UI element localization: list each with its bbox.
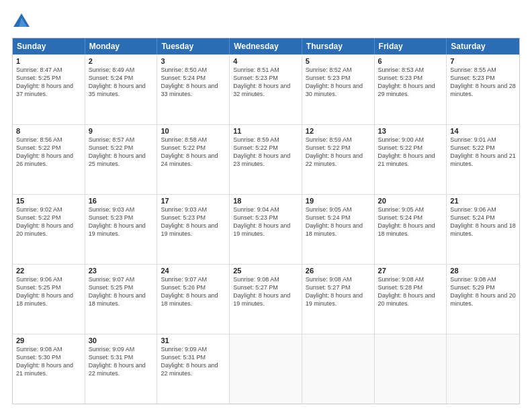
day-number: 6 [378,57,443,65]
logo-icon [12,12,31,31]
day-detail: Sunrise: 8:55 AM Sunset: 5:23 PM Dayligh… [450,66,516,99]
day-number: 25 [233,267,298,275]
day-number: 28 [450,267,516,275]
day-detail: Sunrise: 8:50 AM Sunset: 5:24 PM Dayligh… [161,66,226,99]
day-detail: Sunrise: 9:06 AM Sunset: 5:25 PM Dayligh… [16,275,81,308]
day-number: 3 [161,57,226,65]
day-detail: Sunrise: 9:01 AM Sunset: 5:22 PM Dayligh… [450,136,516,169]
day-detail: Sunrise: 8:59 AM Sunset: 5:22 PM Dayligh… [233,136,298,169]
day-number: 30 [89,336,154,345]
header-day-tuesday: Tuesday [157,38,230,54]
header-day-saturday: Saturday [447,38,519,54]
day-number: 11 [233,127,298,135]
calendar-header-row: SundayMondayTuesdayWednesdayThursdayFrid… [13,38,519,54]
week-row-1: 1Sunrise: 8:47 AM Sunset: 5:25 PM Daylig… [13,54,519,124]
empty-cell-4-4 [302,334,375,404]
day-cell-24: 24Sunrise: 9:07 AM Sunset: 5:26 PM Dayli… [157,265,230,334]
day-cell-16: 16Sunrise: 9:03 AM Sunset: 5:23 PM Dayli… [85,195,158,264]
day-cell-27: 27Sunrise: 9:08 AM Sunset: 5:28 PM Dayli… [375,265,447,334]
empty-cell-4-5 [375,334,447,404]
day-cell-4: 4Sunrise: 8:51 AM Sunset: 5:23 PM Daylig… [230,55,302,124]
week-row-4: 22Sunrise: 9:06 AM Sunset: 5:25 PM Dayli… [13,264,519,334]
day-number: 17 [161,197,226,205]
day-number: 27 [378,267,443,275]
day-cell-7: 7Sunrise: 8:55 AM Sunset: 5:23 PM Daylig… [447,55,519,124]
day-detail: Sunrise: 9:08 AM Sunset: 5:27 PM Dayligh… [233,275,298,308]
day-number: 21 [450,197,516,205]
day-number: 18 [233,197,298,205]
day-cell-26: 26Sunrise: 9:08 AM Sunset: 5:27 PM Dayli… [302,265,375,334]
day-number: 16 [89,197,154,205]
day-cell-12: 12Sunrise: 8:59 AM Sunset: 5:22 PM Dayli… [302,125,375,194]
day-number: 12 [306,127,371,135]
day-number: 7 [450,57,516,65]
day-detail: Sunrise: 8:52 AM Sunset: 5:23 PM Dayligh… [306,66,371,99]
day-detail: Sunrise: 9:06 AM Sunset: 5:24 PM Dayligh… [450,205,516,238]
day-detail: Sunrise: 9:03 AM Sunset: 5:23 PM Dayligh… [89,205,154,238]
day-cell-28: 28Sunrise: 9:08 AM Sunset: 5:29 PM Dayli… [447,265,519,334]
header [12,12,520,31]
day-cell-8: 8Sunrise: 8:56 AM Sunset: 5:22 PM Daylig… [13,125,85,194]
day-cell-25: 25Sunrise: 9:08 AM Sunset: 5:27 PM Dayli… [230,265,302,334]
day-detail: Sunrise: 9:04 AM Sunset: 5:23 PM Dayligh… [233,205,298,238]
day-detail: Sunrise: 9:09 AM Sunset: 5:31 PM Dayligh… [161,345,226,378]
empty-cell-4-6 [447,334,519,404]
day-cell-31: 31Sunrise: 9:09 AM Sunset: 5:31 PM Dayli… [157,334,230,404]
day-detail: Sunrise: 8:56 AM Sunset: 5:22 PM Dayligh… [16,136,81,169]
day-cell-10: 10Sunrise: 8:58 AM Sunset: 5:22 PM Dayli… [157,125,230,194]
header-day-sunday: Sunday [13,38,85,54]
week-row-3: 15Sunrise: 9:02 AM Sunset: 5:22 PM Dayli… [13,194,519,264]
week-row-2: 8Sunrise: 8:56 AM Sunset: 5:22 PM Daylig… [13,124,519,194]
day-detail: Sunrise: 8:53 AM Sunset: 5:23 PM Dayligh… [378,66,443,99]
day-detail: Sunrise: 9:08 AM Sunset: 5:30 PM Dayligh… [16,345,81,378]
day-detail: Sunrise: 8:57 AM Sunset: 5:22 PM Dayligh… [89,136,154,169]
day-number: 29 [16,336,81,345]
day-cell-29: 29Sunrise: 9:08 AM Sunset: 5:30 PM Dayli… [13,334,85,404]
day-number: 31 [161,336,226,345]
day-number: 9 [89,127,154,135]
empty-cell-4-3 [230,334,302,404]
day-number: 1 [16,57,81,65]
day-cell-15: 15Sunrise: 9:02 AM Sunset: 5:22 PM Dayli… [13,195,85,264]
day-number: 22 [16,267,81,275]
day-detail: Sunrise: 9:07 AM Sunset: 5:25 PM Dayligh… [89,275,154,308]
day-cell-21: 21Sunrise: 9:06 AM Sunset: 5:24 PM Dayli… [447,195,519,264]
day-cell-30: 30Sunrise: 9:09 AM Sunset: 5:31 PM Dayli… [85,334,158,404]
day-cell-18: 18Sunrise: 9:04 AM Sunset: 5:23 PM Dayli… [230,195,302,264]
day-detail: Sunrise: 9:00 AM Sunset: 5:22 PM Dayligh… [378,136,443,169]
day-detail: Sunrise: 8:47 AM Sunset: 5:25 PM Dayligh… [16,66,81,99]
week-row-5: 29Sunrise: 9:08 AM Sunset: 5:30 PM Dayli… [13,334,519,404]
day-cell-13: 13Sunrise: 9:00 AM Sunset: 5:22 PM Dayli… [375,125,447,194]
day-number: 23 [89,267,154,275]
header-day-friday: Friday [375,38,447,54]
day-detail: Sunrise: 8:49 AM Sunset: 5:24 PM Dayligh… [89,66,154,99]
day-detail: Sunrise: 9:09 AM Sunset: 5:31 PM Dayligh… [89,345,154,378]
day-detail: Sunrise: 9:08 AM Sunset: 5:29 PM Dayligh… [450,275,516,308]
day-number: 5 [306,57,371,65]
day-cell-2: 2Sunrise: 8:49 AM Sunset: 5:24 PM Daylig… [85,55,158,124]
day-cell-11: 11Sunrise: 8:59 AM Sunset: 5:22 PM Dayli… [230,125,302,194]
day-detail: Sunrise: 8:59 AM Sunset: 5:22 PM Dayligh… [306,136,371,169]
day-number: 26 [306,267,371,275]
day-detail: Sunrise: 9:03 AM Sunset: 5:23 PM Dayligh… [161,205,226,238]
day-cell-17: 17Sunrise: 9:03 AM Sunset: 5:23 PM Dayli… [157,195,230,264]
day-detail: Sunrise: 9:07 AM Sunset: 5:26 PM Dayligh… [161,275,226,308]
header-day-thursday: Thursday [302,38,375,54]
day-number: 14 [450,127,516,135]
day-cell-3: 3Sunrise: 8:50 AM Sunset: 5:24 PM Daylig… [157,55,230,124]
day-cell-6: 6Sunrise: 8:53 AM Sunset: 5:23 PM Daylig… [375,55,447,124]
day-number: 24 [161,267,226,275]
day-detail: Sunrise: 9:08 AM Sunset: 5:28 PM Dayligh… [378,275,443,308]
day-cell-19: 19Sunrise: 9:05 AM Sunset: 5:24 PM Dayli… [302,195,375,264]
day-number: 10 [161,127,226,135]
day-cell-9: 9Sunrise: 8:57 AM Sunset: 5:22 PM Daylig… [85,125,158,194]
day-detail: Sunrise: 9:02 AM Sunset: 5:22 PM Dayligh… [16,205,81,238]
header-day-wednesday: Wednesday [230,38,302,54]
page: SundayMondayTuesdayWednesdayThursdayFrid… [0,0,532,411]
day-cell-20: 20Sunrise: 9:05 AM Sunset: 5:24 PM Dayli… [375,195,447,264]
logo [12,12,34,31]
day-cell-5: 5Sunrise: 8:52 AM Sunset: 5:23 PM Daylig… [302,55,375,124]
day-number: 20 [378,197,443,205]
day-number: 15 [16,197,81,205]
day-cell-22: 22Sunrise: 9:06 AM Sunset: 5:25 PM Dayli… [13,265,85,334]
